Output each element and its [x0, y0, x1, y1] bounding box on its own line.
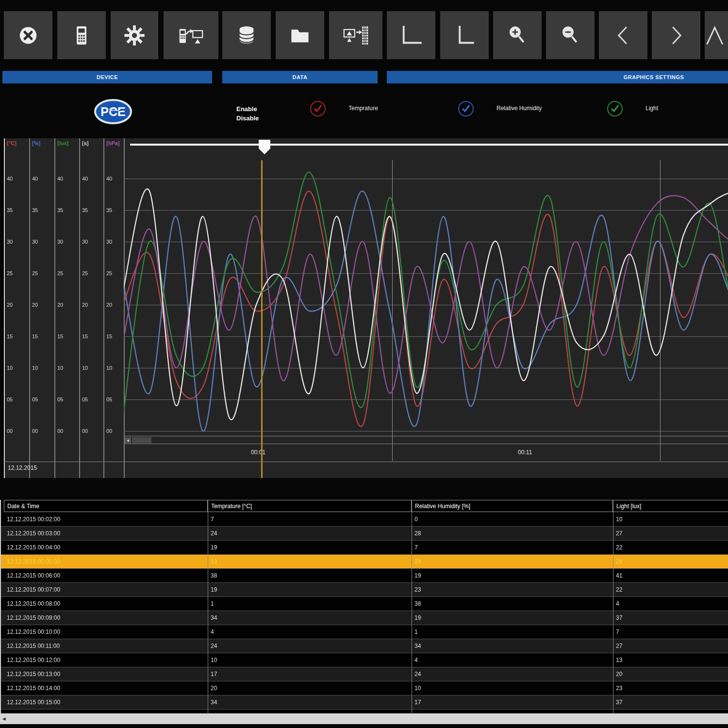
close-x-icon: [17, 24, 39, 47]
y-tick-label: 25: [57, 270, 63, 276]
table-cell: 4: [613, 597, 728, 611]
y-tick-label: 00: [7, 428, 13, 434]
y-tick-label: 05: [106, 397, 112, 402]
time-slider-handle[interactable]: [259, 140, 270, 154]
y-tick-label: 15: [106, 333, 112, 339]
exit-button[interactable]: [4, 11, 52, 59]
zoom-out-button[interactable]: [546, 11, 595, 59]
table-cell: 12.12.2015 00:04:00: [4, 541, 208, 555]
axis-separator: [29, 138, 30, 478]
y-tick-label: 10: [32, 365, 38, 371]
horizontal-scrollbar[interactable]: ◂: [0, 713, 728, 724]
table-header-1[interactable]: Temprature [°C]: [208, 500, 412, 512]
table-header-0[interactable]: Date & Time: [4, 500, 208, 512]
y-tick-label: 05: [82, 397, 88, 402]
table-cell: 7: [613, 625, 728, 639]
table-cell: 12.12.2015 00:15:00: [4, 695, 208, 710]
chart-panel[interactable]: [°C]403530252015100500[%]403530252015100…: [4, 138, 728, 478]
table-cell: 19: [208, 583, 412, 597]
chart-scrollbar-left-arrow[interactable]: ◂: [125, 437, 131, 443]
table-cell: 28: [412, 527, 613, 541]
table-cell: 12.12.2015 00:11:00: [4, 639, 208, 653]
axes-style-1-button[interactable]: [387, 11, 435, 59]
table-cell: 1: [208, 597, 412, 611]
table-column-separator: [412, 500, 412, 714]
data-table[interactable]: Date & TimeTemprature [°C]Relative Humid…: [0, 500, 728, 714]
table-cell: 24: [208, 527, 412, 541]
y-tick-label: 10: [82, 365, 88, 371]
table-cell: 12.12.2015 00:06:00: [4, 569, 208, 583]
curve-button[interactable]: [705, 11, 728, 59]
table-row[interactable]: 12.12.2015 00:12:0010413: [1, 653, 728, 667]
table-cell: 0: [412, 513, 613, 527]
enable-label: Enable: [236, 104, 259, 114]
date-row-divider: [4, 462, 728, 462]
table-cell: 7: [412, 541, 613, 555]
y-tick-label: 35: [82, 207, 88, 213]
open-folder-button[interactable]: [276, 11, 324, 59]
next-button[interactable]: [652, 11, 700, 59]
database-button[interactable]: [222, 11, 271, 59]
y-tick-label: 20: [57, 302, 63, 308]
table-row[interactable]: 12.12.2015 00:04:0019722: [1, 541, 728, 555]
chart-scrollbar-thumb[interactable]: [132, 437, 151, 443]
axis-unit-label: [lux]: [57, 140, 68, 146]
table-row[interactable]: 12.12.2015 00:09:00341937: [1, 611, 728, 625]
enable-disable-label[interactable]: Enable Disable: [236, 104, 259, 123]
table-cell: 27: [613, 639, 728, 653]
y-tick-label: 15: [32, 333, 38, 339]
table-cell: 22: [613, 583, 728, 597]
table-cell: 34: [208, 611, 412, 625]
device-group-label: DEVICE: [97, 74, 118, 80]
previous-button[interactable]: [599, 11, 647, 59]
table-header-3[interactable]: Light [lux]: [613, 500, 728, 512]
device-button[interactable]: [57, 11, 106, 59]
axes-style-2-button[interactable]: [440, 11, 489, 59]
table-cell: 24: [412, 555, 613, 569]
y-tick-label: 00: [57, 428, 63, 434]
table-cell: 1: [412, 625, 613, 639]
table-row[interactable]: 12.12.2015 00:07:00192322: [1, 583, 728, 597]
table-row[interactable]: 12.12.2015 00:10:00417: [1, 625, 728, 639]
table-row[interactable]: 12.12.2015 00:13:00172420: [1, 667, 728, 681]
table-row[interactable]: 12.12.2015 00:08:001384: [1, 597, 728, 611]
table-cell: 34: [412, 639, 613, 653]
checkbox-temperature[interactable]: [309, 100, 327, 117]
read-device-button[interactable]: [164, 11, 218, 59]
table-column-separator: [208, 500, 208, 714]
x-tick-label: 00:11: [518, 449, 532, 456]
table-cell: 12.12.2015 00:03:00: [4, 527, 208, 541]
table-row[interactable]: 12.12.2015 00:05:00232426: [1, 555, 728, 569]
y-tick-label: 25: [82, 270, 88, 276]
series-line-temprature: [124, 191, 728, 427]
y-tick-label: 20: [32, 302, 38, 308]
group-label-data: DATA: [222, 71, 378, 83]
table-header-2[interactable]: Relative Humidity [%]: [412, 500, 613, 512]
time-slider-track[interactable]: [130, 144, 728, 146]
table-row[interactable]: 12.12.2015 00:03:00242827: [1, 527, 728, 541]
table-row[interactable]: 12.12.2015 00:14:00201023: [1, 681, 728, 695]
table-row[interactable]: 12.12.2015 00:11:00243427: [1, 639, 728, 653]
y-tick-label: 30: [106, 239, 112, 245]
scrollbar-left-arrow[interactable]: ◂: [2, 715, 6, 722]
y-tick-label: 35: [57, 207, 63, 213]
table-row[interactable]: 12.12.2015 00:06:00381941: [1, 569, 728, 583]
zoom-in-button[interactable]: [493, 11, 542, 59]
checkbox-light[interactable]: [606, 100, 624, 117]
checkbox-relative-humidity[interactable]: [457, 100, 475, 117]
axis-unit-label: [s]: [82, 140, 88, 146]
gear-icon: [123, 24, 146, 47]
group-label-graphics-settings: GRAPHICS SETTINGS: [387, 71, 728, 83]
table-cell: 23: [412, 583, 613, 597]
y-tick-label: 05: [7, 397, 13, 402]
y-tick-label: 00: [32, 428, 38, 434]
table-row[interactable]: 12.12.2015 00:02:007010: [1, 513, 728, 527]
settings-button[interactable]: [111, 11, 158, 59]
axes-narrow-icon: [453, 24, 476, 47]
table-cell: 12.12.2015 00:05:00: [4, 555, 208, 569]
chart-cursor-line[interactable]: [261, 160, 263, 478]
chart-scrollbar-border-bottom: [124, 444, 728, 444]
export-data-button[interactable]: [329, 11, 382, 59]
table-row[interactable]: 12.12.2015 00:15:00341737: [1, 695, 728, 710]
table-cell: 41: [613, 569, 728, 583]
